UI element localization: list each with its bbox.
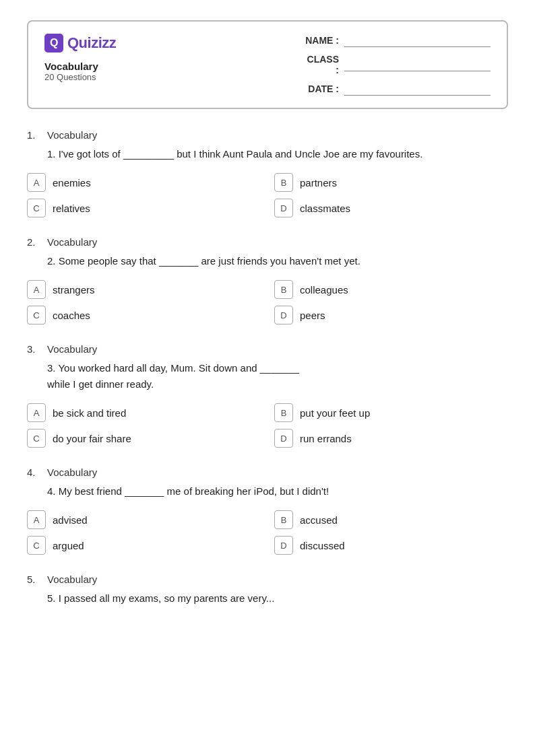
quiz-title: Vocabulary <box>44 61 116 72</box>
option-text-b: partners <box>300 177 337 188</box>
question-5-number: 5. <box>27 574 47 585</box>
option-letter-d: D <box>274 306 293 324</box>
question-2-header: 2.Vocabulary <box>27 236 508 248</box>
question-1: 1.Vocabulary1. I've got lots of ________… <box>27 129 508 217</box>
question-3-option-d[interactable]: Drun errands <box>274 429 508 448</box>
logo-icon <box>44 34 63 53</box>
question-4-option-b[interactable]: Baccused <box>274 510 508 529</box>
question-5: 5.Vocabulary5. I passed all my exams, so… <box>27 574 508 607</box>
question-1-option-c[interactable]: Crelatives <box>27 199 261 217</box>
question-1-option-b[interactable]: Bpartners <box>274 173 508 192</box>
option-text-a: advised <box>53 514 88 526</box>
question-1-header: 1.Vocabulary <box>27 129 508 141</box>
question-4: 4.Vocabulary4. My best friend _______ me… <box>27 467 508 555</box>
question-5-text: 5. I passed all my exams, so my parents … <box>47 590 508 607</box>
question-1-options: AenemiesBpartnersCrelativesDclassmates <box>27 173 508 217</box>
logo-section: Quizizz Vocabulary 20 Questions <box>44 34 116 82</box>
option-text-b: put your feet up <box>300 407 370 419</box>
date-label: DATE : <box>302 83 339 94</box>
option-text-d: run errands <box>300 433 352 444</box>
questions-container: 1.Vocabulary1. I've got lots of ________… <box>27 129 508 607</box>
option-letter-d: D <box>274 536 293 555</box>
question-1-number: 1. <box>27 129 47 141</box>
question-2-option-d[interactable]: Dpeers <box>274 306 508 324</box>
question-4-number: 4. <box>27 467 47 478</box>
option-letter-d: D <box>274 199 293 217</box>
option-letter-c: C <box>27 429 46 448</box>
logo-text: Quizizz <box>67 34 116 52</box>
option-letter-d: D <box>274 429 293 448</box>
option-letter-c: C <box>27 536 46 555</box>
question-4-text: 4. My best friend _______ me of breaking… <box>47 483 508 500</box>
question-1-title: Vocabulary <box>47 129 97 141</box>
question-2-text: 2. Some people say that _______ are just… <box>47 253 508 269</box>
date-line[interactable] <box>344 82 491 96</box>
question-4-title: Vocabulary <box>47 467 97 478</box>
option-text-b: colleagues <box>300 284 348 296</box>
question-2-options: AstrangersBcolleaguesCcoachesDpeers <box>27 280 508 324</box>
option-letter-a: A <box>27 510 46 529</box>
option-text-b: accused <box>300 514 338 526</box>
question-4-option-c[interactable]: Cargued <box>27 536 261 555</box>
option-text-a: strangers <box>53 284 95 296</box>
option-text-d: peers <box>300 310 325 321</box>
option-letter-a: A <box>27 173 46 192</box>
question-5-header: 5.Vocabulary <box>27 574 508 585</box>
question-3-option-a[interactable]: Abe sick and tired <box>27 403 261 422</box>
question-3-text: 3. You worked hard all day, Mum. Sit dow… <box>47 360 508 392</box>
option-letter-a: A <box>27 403 46 422</box>
name-label: NAME : <box>302 35 339 46</box>
option-letter-c: C <box>27 306 46 324</box>
option-letter-b: B <box>274 173 293 192</box>
name-row: NAME : <box>302 34 491 47</box>
option-letter-a: A <box>27 280 46 299</box>
question-3-options: Abe sick and tiredBput your feet upCdo y… <box>27 403 508 448</box>
question-4-option-a[interactable]: Aadvised <box>27 510 261 529</box>
option-text-d: classmates <box>300 203 350 214</box>
option-text-c: coaches <box>53 310 90 321</box>
logo: Quizizz <box>44 34 116 53</box>
option-text-a: be sick and tired <box>53 407 126 419</box>
option-text-d: discussed <box>300 540 345 551</box>
question-3-number: 3. <box>27 343 47 355</box>
question-3-option-b[interactable]: Bput your feet up <box>274 403 508 422</box>
question-4-header: 4.Vocabulary <box>27 467 508 478</box>
question-1-text: 1. I've got lots of _________ but I thin… <box>47 146 508 162</box>
option-text-c: relatives <box>53 203 90 214</box>
question-2: 2.Vocabulary2. Some people say that ____… <box>27 236 508 324</box>
question-3-title: Vocabulary <box>47 343 97 355</box>
question-3-header: 3.Vocabulary <box>27 343 508 355</box>
form-fields: NAME : CLASS : DATE : <box>302 34 491 96</box>
date-row: DATE : <box>302 82 491 96</box>
question-2-option-c[interactable]: Ccoaches <box>27 306 261 324</box>
option-letter-b: B <box>274 280 293 299</box>
header-card: Quizizz Vocabulary 20 Questions NAME : C… <box>27 20 508 109</box>
question-3-option-c[interactable]: Cdo your fair share <box>27 429 261 448</box>
option-text-a: enemies <box>53 177 91 188</box>
question-2-option-b[interactable]: Bcolleagues <box>274 280 508 299</box>
question-1-option-d[interactable]: Dclassmates <box>274 199 508 217</box>
question-4-options: AadvisedBaccusedCarguedDdiscussed <box>27 510 508 555</box>
page: Quizizz Vocabulary 20 Questions NAME : C… <box>0 0 535 756</box>
option-text-c: argued <box>53 540 84 551</box>
option-text-c: do your fair share <box>53 433 131 444</box>
class-row: CLASS : <box>302 54 491 75</box>
question-2-option-a[interactable]: Astrangers <box>27 280 261 299</box>
question-2-title: Vocabulary <box>47 236 97 248</box>
question-2-number: 2. <box>27 236 47 248</box>
class-label: CLASS : <box>302 54 339 75</box>
option-letter-b: B <box>274 403 293 422</box>
name-line[interactable] <box>344 34 491 47</box>
question-4-option-d[interactable]: Ddiscussed <box>274 536 508 555</box>
option-letter-b: B <box>274 510 293 529</box>
class-line[interactable] <box>344 58 491 71</box>
option-letter-c: C <box>27 199 46 217</box>
question-5-title: Vocabulary <box>47 574 97 585</box>
quiz-subtitle: 20 Questions <box>44 72 116 82</box>
question-3: 3.Vocabulary3. You worked hard all day, … <box>27 343 508 448</box>
question-1-option-a[interactable]: Aenemies <box>27 173 261 192</box>
